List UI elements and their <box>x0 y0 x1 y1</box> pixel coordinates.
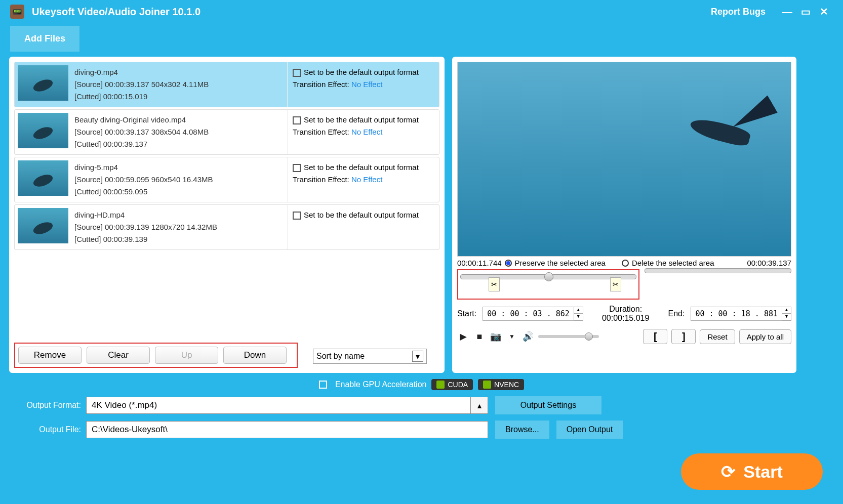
file-list: diving-0.mp4 [Source] 00:00:39.137 504x3… <box>14 62 439 337</box>
file-item[interactable]: diving-0.mp4 [Source] 00:00:39.137 504x3… <box>14 62 439 107</box>
output-format-label: Output Format: <box>10 401 81 410</box>
gpu-checkbox[interactable] <box>319 381 327 389</box>
video-thumbnail <box>18 65 68 101</box>
file-item[interactable]: diving-HD.mp4 [Source] 00:00:39.139 1280… <box>14 204 439 250</box>
start-label: Start: <box>457 309 476 318</box>
gpu-label: Enable GPU Acceleration <box>335 380 427 389</box>
file-info: diving-HD.mp4 [Source] 00:00:39.139 1280… <box>71 205 287 249</box>
apply-all-button[interactable]: Apply to all <box>739 329 791 344</box>
default-format-checkbox[interactable] <box>293 69 301 77</box>
nvidia-icon <box>436 381 445 389</box>
file-name: diving-0.mp4 <box>74 66 284 78</box>
video-thumbnail <box>18 113 68 148</box>
file-options: Set to be the default output format Tran… <box>287 110 439 154</box>
file-item[interactable]: diving-5.mp4 [Source] 00:00:59.095 960x5… <box>14 157 439 202</box>
video-thumbnail <box>18 160 68 196</box>
browse-button[interactable]: Browse... <box>495 421 549 439</box>
file-name: diving-HD.mp4 <box>74 209 284 221</box>
file-list-panel: diving-0.mp4 [Source] 00:00:39.137 504x3… <box>9 57 445 373</box>
add-files-button[interactable]: Add Files <box>10 26 79 52</box>
app-logo: 📟 <box>10 5 24 19</box>
timeline-track[interactable] <box>645 268 791 273</box>
app-title: Ukeysoft Video/Audio Joiner 10.1.0 <box>32 6 711 18</box>
video-preview[interactable] <box>457 62 791 257</box>
remove-button[interactable]: Remove <box>18 347 82 364</box>
sort-combo[interactable]: Sort by name ▾ <box>313 349 427 364</box>
minimize-button[interactable]: — <box>778 4 796 19</box>
file-options: Set to be the default output format Tran… <box>287 62 439 107</box>
start-button[interactable]: ⟳ Start <box>681 453 823 490</box>
transition-effect-link[interactable]: No Effect <box>351 80 382 89</box>
end-label: End: <box>668 309 685 318</box>
cuda-badge: CUDA <box>431 379 473 390</box>
end-value: 00 : 00 : 18 . 881 <box>691 309 782 318</box>
file-item[interactable]: Beauty diving-Original video.mp4 [Source… <box>14 109 439 155</box>
default-format-checkbox[interactable] <box>293 164 301 172</box>
transition-effect-link[interactable]: No Effect <box>351 128 382 136</box>
default-label: Set to be the default output format <box>304 163 419 172</box>
trim-slider-highlight: ✂ ✂ <box>457 269 639 300</box>
stop-button[interactable]: ■ <box>473 330 486 343</box>
report-bugs-link[interactable]: Report Bugs <box>711 7 766 17</box>
playhead-handle[interactable] <box>544 272 553 281</box>
nvidia-icon <box>483 381 491 389</box>
output-settings-button[interactable]: Output Settings <box>495 396 601 414</box>
up-arrow-icon[interactable]: ▲ <box>782 307 791 314</box>
transition-effect-link[interactable]: No Effect <box>351 175 382 184</box>
file-cut: [Cutted] 00:00:59.095 <box>74 186 284 198</box>
play-button[interactable]: ▶ <box>457 330 469 343</box>
default-label: Set to be the default output format <box>304 115 419 124</box>
chevron-down-icon: ▾ <box>412 351 423 362</box>
file-source: [Source] 00:00:39.137 504x302 4.11MB <box>74 78 284 91</box>
file-cut: [Cutted] 00:00:39.137 <box>74 138 284 150</box>
sort-value: Sort by name <box>316 352 365 361</box>
output-format-combo[interactable]: 4K Video (*.mp4) <box>86 397 471 414</box>
duration-label: Duration: <box>609 305 642 313</box>
preview-panel: 00:00:11.744 Preserve the selected area … <box>452 57 796 373</box>
te-label: Transition Effect: <box>293 80 349 89</box>
up-button[interactable]: Up <box>155 347 218 364</box>
volume-icon[interactable]: 🔊 <box>522 330 534 343</box>
down-button[interactable]: Down <box>223 347 287 364</box>
start-time-input[interactable]: 00 : 00 : 03 . 862 ▲▼ <box>483 307 583 321</box>
file-name: Beauty diving-Original video.mp4 <box>74 114 284 126</box>
te-label: Transition Effect: <box>293 175 349 184</box>
volume-slider[interactable] <box>538 335 599 338</box>
open-output-button[interactable]: Open Output <box>556 421 623 439</box>
toolbar: Add Files <box>0 23 843 57</box>
delete-radio[interactable] <box>622 260 629 267</box>
te-label: Transition Effect: <box>293 128 349 136</box>
mark-in-button[interactable]: [ <box>643 329 667 344</box>
snapshot-dropdown-icon[interactable]: ▼ <box>506 330 518 343</box>
default-format-checkbox[interactable] <box>293 212 301 220</box>
output-file-label: Output File: <box>10 425 81 434</box>
current-time: 00:00:11.744 <box>457 259 502 267</box>
end-time-input[interactable]: 00 : 00 : 18 . 881 ▲▼ <box>691 307 791 321</box>
close-button[interactable]: ✕ <box>815 4 833 19</box>
maximize-button[interactable]: ▭ <box>796 4 815 19</box>
clear-button[interactable]: Clear <box>87 347 150 364</box>
file-name: diving-5.mp4 <box>74 161 284 174</box>
titlebar: 📟 Ukeysoft Video/Audio Joiner 10.1.0 Rep… <box>0 0 843 23</box>
snapshot-button[interactable]: 📷 <box>490 330 502 343</box>
total-time: 00:00:39.137 <box>747 259 791 267</box>
file-info: diving-5.mp4 [Source] 00:00:59.095 960x5… <box>71 157 287 202</box>
file-info: diving-0.mp4 [Source] 00:00:39.137 504x3… <box>71 62 287 107</box>
down-arrow-icon[interactable]: ▼ <box>782 314 791 320</box>
preserve-radio[interactable] <box>505 260 512 267</box>
up-arrow-icon[interactable]: ▲ <box>574 307 583 314</box>
reset-button[interactable]: Reset <box>700 329 735 344</box>
default-label: Set to be the default output format <box>304 211 419 219</box>
output-file-input[interactable]: C:\Videos-Ukeysoft\ <box>86 421 488 438</box>
mark-out-button[interactable]: ] <box>671 329 696 344</box>
bottom-bar: Enable GPU Acceleration CUDA NVENC Outpu… <box>0 373 843 439</box>
default-format-checkbox[interactable] <box>293 116 301 124</box>
refresh-icon: ⟳ <box>721 461 735 482</box>
file-cut: [Cutted] 00:00:15.019 <box>74 91 284 103</box>
trim-end-handle[interactable]: ✂ <box>610 277 621 291</box>
volume-handle[interactable] <box>585 332 593 341</box>
chevron-up-icon[interactable]: ▴ <box>471 397 488 414</box>
down-arrow-icon[interactable]: ▼ <box>574 314 583 320</box>
file-info: Beauty diving-Original video.mp4 [Source… <box>71 110 287 154</box>
trim-start-handle[interactable]: ✂ <box>489 277 500 291</box>
